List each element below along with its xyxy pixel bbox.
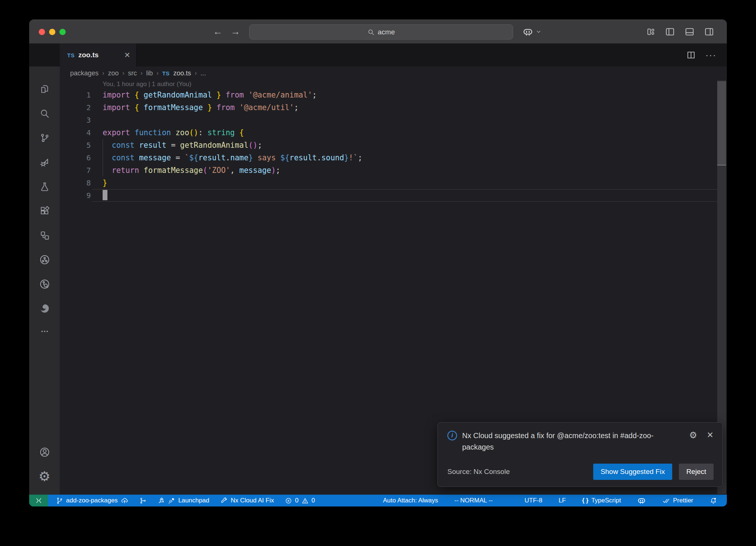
nx-fix-label: Nx Cloud AI Fix <box>231 497 274 504</box>
code-text <box>91 189 107 202</box>
line-number: 3 <box>60 114 91 126</box>
search-icon[interactable] <box>34 101 55 126</box>
encoding-item[interactable]: UTF-8 <box>522 495 545 506</box>
nx-cloud-icon[interactable] <box>34 248 55 272</box>
run-debug-icon[interactable] <box>34 150 55 174</box>
code-line-4[interactable]: 4export function zoo(): string { <box>60 126 727 139</box>
warning-count: 0 <box>312 497 315 504</box>
launchpad-label: Launchpad <box>178 497 209 504</box>
git-branch-icon <box>56 497 63 504</box>
editor-more-actions-icon[interactable]: ··· <box>705 50 717 60</box>
vim-mode-item[interactable]: -- NORMAL -- <box>451 495 496 506</box>
typescript-file-icon: TS <box>67 52 75 58</box>
minimize-window-button[interactable] <box>49 29 55 35</box>
code-lines: 1import { getRandomAnimal } from '@acme/… <box>60 89 727 202</box>
reject-button[interactable]: Reject <box>679 464 714 480</box>
rocket-icon <box>158 497 165 504</box>
breadcrumb-item-zoo[interactable]: zoo <box>108 69 118 77</box>
code-line-9[interactable]: 9 <box>60 189 727 202</box>
toggle-panel-icon[interactable] <box>684 27 695 37</box>
extensions-icon[interactable] <box>34 199 55 223</box>
breadcrumb-item-file[interactable]: zoo.ts <box>173 69 191 77</box>
plug-icon <box>168 497 175 504</box>
line-number: 4 <box>60 126 91 139</box>
show-suggested-fix-button[interactable]: Show Suggested Fix <box>593 464 672 480</box>
code-line-3[interactable]: 3 <box>60 114 727 126</box>
code-line-8[interactable]: 8} <box>60 177 727 189</box>
chevron-down-icon[interactable] <box>536 29 542 35</box>
code-text: } <box>91 177 107 189</box>
more-views-icon[interactable] <box>34 321 55 342</box>
activity-bar: ⚙ <box>29 66 60 495</box>
tab-bar: TS zoo.ts ✕ ··· <box>29 44 727 66</box>
notification-settings-gear-icon[interactable]: ⚙ <box>689 430 697 440</box>
account-icon[interactable] <box>34 440 55 464</box>
tab-label: zoo.ts <box>78 51 99 59</box>
copilot-icon[interactable] <box>522 26 533 37</box>
status-bar: add-zoo-packages Launchpad Nx Cloud AI F… <box>29 495 727 506</box>
line-number: 2 <box>60 101 91 114</box>
eol-item[interactable]: LF <box>556 495 569 506</box>
remote-indicator-icon <box>35 497 42 504</box>
source-control-icon[interactable] <box>34 126 55 150</box>
indent-guide <box>103 139 103 177</box>
gitlens-blame-annotation[interactable]: You, 1 hour ago | 1 author (You) <box>60 80 727 89</box>
chevron-right-icon: › <box>102 70 104 76</box>
customize-layout-icon[interactable] <box>646 27 656 37</box>
vim-block-cursor <box>103 190 107 200</box>
language-mode-item[interactable]: { } TypeScript <box>579 495 624 506</box>
nx-console-icon[interactable] <box>34 223 55 248</box>
breadcrumb-item-lib[interactable]: lib <box>146 69 153 77</box>
double-check-icon <box>662 497 670 505</box>
gitlens-icon[interactable] <box>34 272 55 296</box>
code-line-5[interactable]: 5 const result = getRandomAnimal(); <box>60 139 727 151</box>
git-branch-item[interactable]: add-zoo-packages <box>53 495 131 506</box>
copilot-status-item[interactable] <box>634 495 649 506</box>
settings-gear-icon[interactable]: ⚙ <box>34 464 55 489</box>
nx-cloud-fix-item[interactable]: Nx Cloud AI Fix <box>217 495 277 506</box>
forward-arrow[interactable]: → <box>231 26 240 37</box>
line-number: 8 <box>60 177 91 189</box>
code-text <box>91 114 103 126</box>
traffic-lights <box>39 29 66 35</box>
split-editor-icon[interactable] <box>686 50 696 60</box>
breadcrumb: packages›zoo›src›lib›TSzoo.ts›... <box>60 66 727 80</box>
code-line-2[interactable]: 2import { formatMessage } from '@acme/ut… <box>60 101 727 114</box>
braces-icon: { } <box>582 497 588 504</box>
launchpad-item[interactable]: Launchpad <box>155 495 212 506</box>
explorer-icon[interactable] <box>34 77 55 101</box>
search-icon <box>367 28 375 36</box>
code-line-7[interactable]: 7 return formatMessage('ZOO', message); <box>60 164 727 177</box>
edge-tools-icon[interactable] <box>34 296 55 321</box>
notification-source: Source: Nx Console <box>447 468 510 476</box>
remote-indicator[interactable] <box>29 495 48 506</box>
prettier-item[interactable]: Prettier <box>659 495 696 506</box>
code-text: const message = `${result.name} says ${r… <box>91 151 362 164</box>
notification-close-icon[interactable]: ✕ <box>707 430 714 440</box>
bell-icon <box>709 497 717 505</box>
breadcrumb-more[interactable]: ... <box>200 69 206 77</box>
notifications-bell-item[interactable] <box>707 495 720 506</box>
problems-item[interactable]: 0 0 <box>282 495 318 506</box>
git-graph-item[interactable] <box>137 495 150 506</box>
code-line-6[interactable]: 6 const message = `${result.name} says $… <box>60 151 727 164</box>
auto-attach-item[interactable]: Auto Attach: Always <box>380 495 441 506</box>
close-window-button[interactable] <box>39 29 45 35</box>
toggle-secondary-sidebar-icon[interactable] <box>704 27 714 37</box>
error-count: 0 <box>295 497 298 504</box>
code-line-1[interactable]: 1import { getRandomAnimal } from '@acme/… <box>60 89 727 101</box>
typescript-file-icon: TS <box>162 70 169 76</box>
testing-icon[interactable] <box>34 174 55 199</box>
tab-zoo-ts[interactable]: TS zoo.ts ✕ <box>60 44 137 66</box>
line-number: 5 <box>60 139 91 151</box>
error-icon <box>285 497 292 504</box>
editor-scrollbar-slider[interactable] <box>717 81 726 165</box>
command-center-search[interactable]: acme <box>249 24 513 40</box>
breadcrumb-item-src[interactable]: src <box>128 69 137 77</box>
breadcrumb-item-packages[interactable]: packages <box>70 69 99 77</box>
code-text: export function zoo(): string { <box>91 126 244 139</box>
toggle-primary-sidebar-icon[interactable] <box>665 27 675 37</box>
tab-close-icon[interactable]: ✕ <box>124 51 130 59</box>
back-arrow[interactable]: ← <box>213 26 223 37</box>
zoom-window-button[interactable] <box>59 29 66 35</box>
